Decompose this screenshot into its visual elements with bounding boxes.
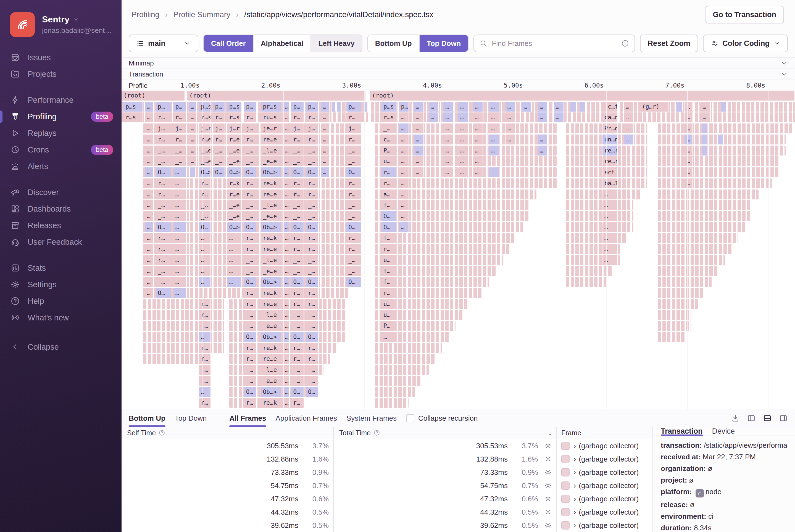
sidebar-item-discover[interactable]: Discover: [0, 184, 121, 201]
flamegraph-cell[interactable]: r…e: [199, 134, 211, 145]
flamegraph-cell[interactable]: r…: [199, 310, 211, 320]
flamegraph-cell[interactable]: _…e: [227, 146, 242, 155]
flamegraph-cell[interactable]: _…: [291, 156, 304, 166]
gear-icon[interactable]: [544, 442, 552, 450]
flamegraph-cell[interactable]: …: [199, 277, 211, 287]
flamegraph-cell[interactable]: r…: [173, 134, 187, 145]
flamegraph-filler[interactable]: [375, 343, 442, 353]
flamegraph-cell[interactable]: …: [283, 167, 289, 177]
gear-icon[interactable]: [544, 495, 552, 503]
flamegraph-cell[interactable]: …: [283, 134, 289, 145]
flamegraph[interactable]: (root)(root)(root)p…s…p…p……p…sp…p…sp…pr……: [121, 91, 795, 409]
flamegraph-cell[interactable]: …: [473, 112, 484, 122]
flamegraph-cell[interactable]: _…e: [227, 211, 242, 221]
flamegraph-filler[interactable]: [375, 376, 422, 386]
flamegraph-cell[interactable]: pr…s: [261, 102, 281, 112]
flamegraph-cell[interactable]: O…>: [227, 167, 242, 177]
flamegraph-cell[interactable]: _…: [306, 200, 319, 210]
flamegraph-cell[interactable]: …: [145, 277, 154, 287]
flamegraph-cell[interactable]: _…: [156, 277, 171, 287]
flamegraph-filler[interactable]: [658, 233, 739, 243]
chevron-down-icon[interactable]: [781, 71, 788, 78]
flamegraph-cell[interactable]: …: [473, 156, 484, 166]
flamegraph-cell[interactable]: _…: [156, 266, 171, 276]
flamegraph-cell[interactable]: …: [145, 288, 154, 298]
flamegraph-cell[interactable]: r…: [244, 343, 256, 353]
flamegraph-cell[interactable]: _e…e: [261, 376, 281, 386]
flamegraph-cell[interactable]: re…k: [261, 178, 281, 188]
flamegraph-filler[interactable]: [143, 321, 224, 331]
flamegraph-cell[interactable]: _…e: [227, 200, 242, 210]
flamegraph-cell[interactable]: f…: [381, 233, 396, 243]
flamegraph-cell[interactable]: …: [603, 200, 618, 210]
tab-transaction[interactable]: Transaction: [661, 427, 703, 436]
flamegraph-cell[interactable]: p…s: [227, 102, 242, 112]
flamegraph-cell[interactable]: _…e: [199, 146, 211, 155]
flamegraph-cell[interactable]: r…: [346, 112, 361, 122]
flamegraph-cell[interactable]: …: [624, 102, 634, 112]
flamegraph-cell[interactable]: r…: [291, 189, 304, 200]
flamegraph-cell[interactable]: _…: [244, 376, 256, 386]
flamegraph-cell[interactable]: …: [283, 376, 289, 386]
sidebar-item-performance[interactable]: Performance: [0, 92, 121, 108]
flamegraph-cell[interactable]: …: [227, 255, 242, 265]
direction-top-down-button[interactable]: Top Down: [419, 35, 468, 52]
flamegraph-cell[interactable]: …: [283, 189, 289, 200]
flamegraph-cell[interactable]: …: [538, 102, 548, 112]
flamegraph-cell[interactable]: r…: [291, 343, 304, 353]
flamegraph-cell[interactable]: …: [145, 156, 154, 166]
flamegraph-cell[interactable]: O…: [381, 222, 396, 232]
flamegraph-cell[interactable]: r…: [306, 134, 319, 145]
flamegraph-cell[interactable]: _…: [346, 255, 361, 265]
flamegraph-cell[interactable]: p…: [213, 102, 225, 112]
sidebar-item-user-feedback[interactable]: User Feedback: [0, 234, 121, 250]
flamegraph-cell[interactable]: …: [489, 134, 499, 145]
flamegraph-cell[interactable]: _…: [346, 200, 361, 210]
flamegraph-cell[interactable]: _…: [199, 321, 211, 331]
tab-all-frames[interactable]: All Frames: [229, 410, 266, 427]
flamegraph-cell[interactable]: re…e: [261, 189, 281, 200]
flamegraph-cell[interactable]: …: [283, 222, 289, 232]
flamegraph-cell[interactable]: r…: [199, 354, 211, 364]
flamegraph-cell[interactable]: Ob…>: [261, 332, 281, 342]
flamegraph-cell[interactable]: …: [321, 156, 330, 166]
flamegraph-cell[interactable]: …: [399, 112, 409, 122]
flamegraph-cell[interactable]: _…: [213, 146, 225, 155]
flamegraph-cell[interactable]: [677, 102, 683, 112]
gear-icon[interactable]: [544, 469, 552, 476]
flamegraph-cell[interactable]: r…: [346, 134, 361, 145]
flamegraph-cell[interactable]: …: [684, 112, 693, 122]
flamegraph-cell[interactable]: r…: [306, 112, 319, 122]
flamegraph-cell[interactable]: …: [429, 112, 439, 122]
collapse-recursion-control[interactable]: Collapse recursion: [406, 410, 478, 427]
flamegraph-cell[interactable]: …: [399, 134, 409, 145]
flamegraph-cell[interactable]: O…: [306, 387, 319, 397]
flamegraph-cell[interactable]: [332, 102, 336, 112]
flamegraph-cell[interactable]: [702, 124, 708, 133]
flamegraph-cell[interactable]: r…s: [381, 112, 396, 122]
flamegraph-cell[interactable]: r…: [156, 244, 171, 254]
flamegraph-cell[interactable]: …: [199, 266, 211, 276]
flamegraph-cell[interactable]: …: [283, 146, 289, 155]
table-row[interactable]: 132.88ms1.6%132.88ms1.6%›(garbage collec…: [121, 453, 652, 466]
layout-bottom-panel-icon[interactable]: [763, 414, 772, 423]
flamegraph-cell[interactable]: r…: [381, 178, 396, 188]
flamegraph-cell[interactable]: …: [458, 112, 469, 122]
flamegraph-cell[interactable]: r…: [306, 299, 319, 309]
flamegraph-cell[interactable]: …: [145, 266, 154, 276]
tab-application-frames[interactable]: Application Frames: [276, 410, 337, 427]
flamegraph-cell[interactable]: _…: [156, 156, 171, 166]
flamegraph-cell[interactable]: un…n: [603, 134, 618, 145]
flamegraph-cell[interactable]: …: [283, 112, 289, 122]
flamegraph-cell[interactable]: act: [603, 167, 618, 177]
flamegraph-cell[interactable]: _l…e: [261, 200, 281, 210]
flamegraph-cell[interactable]: _…: [381, 124, 396, 133]
flamegraph-cell[interactable]: [702, 146, 708, 155]
flamegraph-cell[interactable]: _…e: [227, 156, 242, 166]
flamegraph-cell[interactable]: re…e: [261, 134, 281, 145]
flamegraph-cell[interactable]: _…: [291, 310, 304, 320]
flamegraph-cell[interactable]: …: [473, 124, 484, 133]
flamegraph-cell[interactable]: _…: [306, 321, 319, 331]
flamegraph-filler[interactable]: [658, 299, 698, 309]
flamegraph-cell[interactable]: r…: [156, 178, 171, 188]
